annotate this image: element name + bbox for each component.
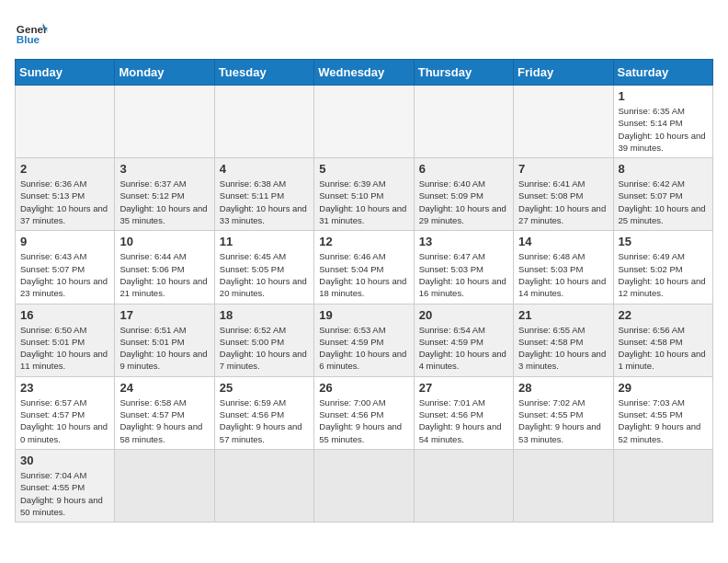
day-info: Sunrise: 6:51 AM Sunset: 5:01 PM Dayligh… xyxy=(119,324,209,373)
day-info: Sunrise: 6:45 AM Sunset: 5:05 PM Dayligh… xyxy=(220,250,309,299)
day-info: Sunrise: 6:35 AM Sunset: 5:14 PM Dayligh… xyxy=(619,105,708,154)
logo: General Blue xyxy=(15,15,48,48)
calendar-cell xyxy=(16,86,115,158)
day-info: Sunrise: 6:53 AM Sunset: 4:59 PM Dayligh… xyxy=(319,324,408,373)
weekday-header-tuesday: Tuesday xyxy=(214,60,313,86)
calendar-table: SundayMondayTuesdayWednesdayThursdayFrid… xyxy=(15,59,713,523)
calendar-cell: 7Sunrise: 6:41 AM Sunset: 5:08 PM Daylig… xyxy=(514,158,613,231)
calendar-row-6: 30Sunrise: 7:04 AM Sunset: 4:55 PM Dayli… xyxy=(16,449,713,522)
calendar-cell: 11Sunrise: 6:45 AM Sunset: 5:05 PM Dayli… xyxy=(214,231,313,304)
calendar-cell: 2Sunrise: 6:36 AM Sunset: 5:13 PM Daylig… xyxy=(16,158,115,231)
day-info: Sunrise: 6:43 AM Sunset: 5:07 PM Dayligh… xyxy=(20,250,109,299)
day-number: 20 xyxy=(419,308,508,322)
calendar-cell: 30Sunrise: 7:04 AM Sunset: 4:55 PM Dayli… xyxy=(16,449,115,522)
weekday-header-friday: Friday xyxy=(514,60,613,86)
day-info: Sunrise: 6:46 AM Sunset: 5:04 PM Dayligh… xyxy=(319,250,408,299)
calendar-cell: 17Sunrise: 6:51 AM Sunset: 5:01 PM Dayli… xyxy=(115,304,214,376)
day-info: Sunrise: 7:03 AM Sunset: 4:55 PM Dayligh… xyxy=(619,396,708,445)
calendar-cell xyxy=(514,449,613,522)
weekday-header-row: SundayMondayTuesdayWednesdayThursdayFrid… xyxy=(16,60,713,86)
day-info: Sunrise: 6:42 AM Sunset: 5:07 PM Dayligh… xyxy=(619,178,708,226)
day-number: 19 xyxy=(319,308,408,322)
calendar-cell xyxy=(314,449,414,522)
day-info: Sunrise: 6:37 AM Sunset: 5:12 PM Dayligh… xyxy=(119,178,209,226)
day-number: 23 xyxy=(20,381,109,395)
day-info: Sunrise: 6:48 AM Sunset: 5:03 PM Dayligh… xyxy=(518,250,608,299)
calendar-cell: 15Sunrise: 6:49 AM Sunset: 5:02 PM Dayli… xyxy=(613,231,712,304)
weekday-header-monday: Monday xyxy=(115,60,214,86)
day-info: Sunrise: 6:44 AM Sunset: 5:06 PM Dayligh… xyxy=(119,250,209,299)
day-number: 5 xyxy=(319,162,408,176)
day-info: Sunrise: 6:55 AM Sunset: 4:58 PM Dayligh… xyxy=(518,324,608,373)
calendar-cell xyxy=(514,86,613,158)
day-number: 21 xyxy=(518,308,608,322)
day-number: 15 xyxy=(619,235,708,248)
calendar-row-4: 16Sunrise: 6:50 AM Sunset: 5:01 PM Dayli… xyxy=(16,304,713,376)
calendar-cell xyxy=(314,86,414,158)
day-number: 1 xyxy=(619,89,708,103)
weekday-header-wednesday: Wednesday xyxy=(314,60,414,86)
day-number: 6 xyxy=(419,162,508,176)
day-info: Sunrise: 7:00 AM Sunset: 4:56 PM Dayligh… xyxy=(319,396,408,445)
calendar-cell: 5Sunrise: 6:39 AM Sunset: 5:10 PM Daylig… xyxy=(314,158,414,231)
day-info: Sunrise: 6:58 AM Sunset: 4:57 PM Dayligh… xyxy=(119,396,209,445)
day-number: 3 xyxy=(119,162,209,176)
calendar-cell: 16Sunrise: 6:50 AM Sunset: 5:01 PM Dayli… xyxy=(16,304,115,376)
day-number: 4 xyxy=(220,162,309,176)
day-number: 12 xyxy=(319,235,408,248)
svg-text:Blue: Blue xyxy=(17,33,40,45)
day-number: 30 xyxy=(20,454,109,467)
calendar-cell xyxy=(214,449,313,522)
day-number: 22 xyxy=(619,308,708,322)
weekday-header-sunday: Sunday xyxy=(16,60,115,86)
day-number: 26 xyxy=(319,381,408,395)
calendar-cell: 3Sunrise: 6:37 AM Sunset: 5:12 PM Daylig… xyxy=(115,158,214,231)
calendar-cell: 21Sunrise: 6:55 AM Sunset: 4:58 PM Dayli… xyxy=(514,304,613,376)
day-info: Sunrise: 6:47 AM Sunset: 5:03 PM Dayligh… xyxy=(419,250,508,299)
day-info: Sunrise: 6:50 AM Sunset: 5:01 PM Dayligh… xyxy=(20,324,109,373)
day-number: 29 xyxy=(619,381,708,395)
day-info: Sunrise: 6:40 AM Sunset: 5:09 PM Dayligh… xyxy=(419,178,508,226)
day-number: 17 xyxy=(119,308,209,322)
day-info: Sunrise: 7:02 AM Sunset: 4:55 PM Dayligh… xyxy=(518,396,608,445)
weekday-header-saturday: Saturday xyxy=(613,60,712,86)
calendar-row-1: 1Sunrise: 6:35 AM Sunset: 5:14 PM Daylig… xyxy=(16,86,713,158)
day-number: 24 xyxy=(119,381,209,395)
calendar-row-2: 2Sunrise: 6:36 AM Sunset: 5:13 PM Daylig… xyxy=(16,158,713,231)
calendar-cell xyxy=(115,449,214,522)
day-number: 25 xyxy=(220,381,309,395)
day-info: Sunrise: 6:57 AM Sunset: 4:57 PM Dayligh… xyxy=(20,396,109,445)
calendar-cell: 9Sunrise: 6:43 AM Sunset: 5:07 PM Daylig… xyxy=(16,231,115,304)
calendar-cell xyxy=(115,86,214,158)
calendar-row-3: 9Sunrise: 6:43 AM Sunset: 5:07 PM Daylig… xyxy=(16,231,713,304)
day-info: Sunrise: 6:52 AM Sunset: 5:00 PM Dayligh… xyxy=(220,324,309,373)
calendar-cell xyxy=(414,86,513,158)
day-number: 16 xyxy=(20,308,109,322)
calendar-cell: 4Sunrise: 6:38 AM Sunset: 5:11 PM Daylig… xyxy=(214,158,313,231)
day-number: 7 xyxy=(518,162,608,176)
day-info: Sunrise: 6:39 AM Sunset: 5:10 PM Dayligh… xyxy=(319,178,408,226)
day-info: Sunrise: 6:49 AM Sunset: 5:02 PM Dayligh… xyxy=(619,250,708,299)
day-info: Sunrise: 6:41 AM Sunset: 5:08 PM Dayligh… xyxy=(518,178,608,226)
calendar-cell: 29Sunrise: 7:03 AM Sunset: 4:55 PM Dayli… xyxy=(613,376,712,449)
calendar-cell: 23Sunrise: 6:57 AM Sunset: 4:57 PM Dayli… xyxy=(16,376,115,449)
calendar-cell: 24Sunrise: 6:58 AM Sunset: 4:57 PM Dayli… xyxy=(115,376,214,449)
day-info: Sunrise: 7:04 AM Sunset: 4:55 PM Dayligh… xyxy=(20,469,109,518)
calendar-cell xyxy=(214,86,313,158)
calendar-cell: 6Sunrise: 6:40 AM Sunset: 5:09 PM Daylig… xyxy=(414,158,513,231)
calendar-cell: 13Sunrise: 6:47 AM Sunset: 5:03 PM Dayli… xyxy=(414,231,513,304)
day-info: Sunrise: 6:36 AM Sunset: 5:13 PM Dayligh… xyxy=(20,178,109,226)
day-number: 18 xyxy=(220,308,309,322)
calendar-cell: 25Sunrise: 6:59 AM Sunset: 4:56 PM Dayli… xyxy=(214,376,313,449)
page-header: General Blue xyxy=(15,15,713,48)
day-number: 27 xyxy=(419,381,508,395)
day-number: 2 xyxy=(20,162,109,176)
calendar-cell: 27Sunrise: 7:01 AM Sunset: 4:56 PM Dayli… xyxy=(414,376,513,449)
calendar-cell: 19Sunrise: 6:53 AM Sunset: 4:59 PM Dayli… xyxy=(314,304,414,376)
calendar-cell: 14Sunrise: 6:48 AM Sunset: 5:03 PM Dayli… xyxy=(514,231,613,304)
calendar-row-5: 23Sunrise: 6:57 AM Sunset: 4:57 PM Dayli… xyxy=(16,376,713,449)
day-info: Sunrise: 7:01 AM Sunset: 4:56 PM Dayligh… xyxy=(419,396,508,445)
weekday-header-thursday: Thursday xyxy=(414,60,513,86)
day-info: Sunrise: 6:54 AM Sunset: 4:59 PM Dayligh… xyxy=(419,324,508,373)
calendar-cell: 28Sunrise: 7:02 AM Sunset: 4:55 PM Dayli… xyxy=(514,376,613,449)
